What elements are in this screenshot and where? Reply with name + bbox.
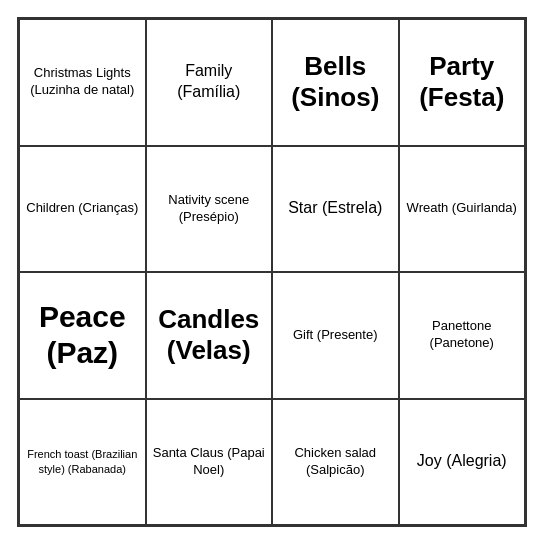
bingo-cell-6: Star (Estrela)	[272, 146, 399, 273]
bingo-cell-12: French toast (Brazilian style) (Rabanada…	[19, 399, 146, 526]
cell-text-10: Gift (Presente)	[293, 327, 378, 344]
cell-text-9: Candles (Velas)	[153, 304, 266, 366]
cell-text-4: Children (Crianças)	[26, 200, 138, 217]
cell-text-2: Bells (Sinos)	[279, 51, 392, 113]
bingo-cell-10: Gift (Presente)	[272, 272, 399, 399]
cell-text-11: Panettone (Panetone)	[406, 318, 519, 352]
bingo-cell-9: Candles (Velas)	[146, 272, 273, 399]
cell-text-14: Chicken salad (Salpicão)	[279, 445, 392, 479]
cell-text-5: Nativity scene (Presépio)	[153, 192, 266, 226]
bingo-cell-1: Family (Família)	[146, 19, 273, 146]
bingo-cell-13: Santa Claus (Papai Noel)	[146, 399, 273, 526]
cell-text-8: Peace (Paz)	[26, 299, 139, 371]
bingo-cell-0: Christmas Lights (Luzinha de natal)	[19, 19, 146, 146]
bingo-cell-15: Joy (Alegria)	[399, 399, 526, 526]
cell-text-3: Party (Festa)	[406, 51, 519, 113]
bingo-cell-11: Panettone (Panetone)	[399, 272, 526, 399]
bingo-cell-14: Chicken salad (Salpicão)	[272, 399, 399, 526]
bingo-cell-3: Party (Festa)	[399, 19, 526, 146]
cell-text-12: French toast (Brazilian style) (Rabanada…	[26, 447, 139, 476]
cell-text-0: Christmas Lights (Luzinha de natal)	[26, 65, 139, 99]
bingo-card: Christmas Lights (Luzinha de natal)Famil…	[17, 17, 527, 527]
bingo-cell-4: Children (Crianças)	[19, 146, 146, 273]
cell-text-6: Star (Estrela)	[288, 198, 382, 219]
cell-text-7: Wreath (Guirlanda)	[407, 200, 517, 217]
bingo-cell-5: Nativity scene (Presépio)	[146, 146, 273, 273]
cell-text-1: Family (Família)	[153, 61, 266, 103]
bingo-cell-7: Wreath (Guirlanda)	[399, 146, 526, 273]
cell-text-15: Joy (Alegria)	[417, 451, 507, 472]
cell-text-13: Santa Claus (Papai Noel)	[153, 445, 266, 479]
bingo-cell-8: Peace (Paz)	[19, 272, 146, 399]
bingo-cell-2: Bells (Sinos)	[272, 19, 399, 146]
